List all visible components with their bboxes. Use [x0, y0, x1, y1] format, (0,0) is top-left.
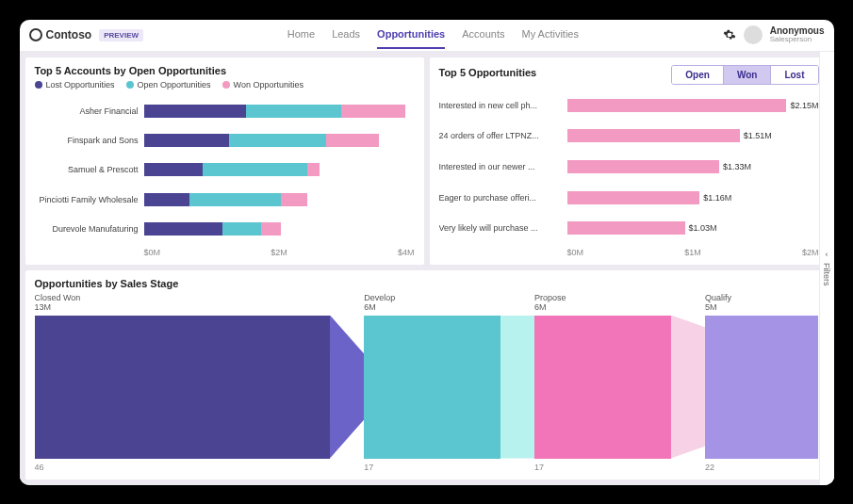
- nav-my-activities[interactable]: My Activities: [521, 21, 579, 49]
- nav-accounts[interactable]: Accounts: [462, 21, 504, 49]
- funnel-footer-value: 22: [705, 463, 819, 472]
- bar-segment: [261, 222, 281, 236]
- bar-segment: [189, 193, 281, 206]
- stacked-bar: [144, 163, 405, 176]
- avatar[interactable]: [744, 25, 763, 44]
- card-title: Top 5 Accounts by Open Opportunities: [35, 65, 415, 76]
- bar-segment: [281, 193, 307, 206]
- legend: Lost Opportunities Open Opportunities Wo…: [35, 80, 415, 89]
- bar: [567, 99, 787, 112]
- funnel-stage-header: Closed Won13M: [35, 293, 365, 312]
- legend-won[interactable]: Won Opportunities: [222, 80, 303, 89]
- legend-open[interactable]: Open Opportunities: [126, 80, 211, 89]
- user-area: Anonymous Salesperson: [723, 25, 825, 44]
- gear-icon[interactable]: [723, 28, 736, 41]
- bar-segment: [144, 134, 229, 147]
- funnel-header: Closed Won13MDevelop6MPropose6MQualify5M: [35, 293, 819, 316]
- funnel-block[interactable]: [35, 316, 331, 459]
- bar-track: $2.15M: [567, 99, 819, 112]
- bar-row[interactable]: Durevole Manufaturing: [35, 220, 405, 237]
- app-frame: Contoso PREVIEW Home Leads Opportunities…: [12, 12, 842, 493]
- logo-icon: [29, 28, 42, 41]
- pill-open[interactable]: Open: [672, 66, 723, 84]
- x-axis: $0M $2M $4M: [144, 244, 415, 257]
- funnel-footer-value: 46: [35, 463, 365, 472]
- pill-lost[interactable]: Lost: [770, 66, 817, 84]
- bar-track: $1.16M: [567, 191, 819, 204]
- bar-row[interactable]: Samuel & Prescott: [35, 161, 405, 178]
- bar-label: Interested in our newer ...: [439, 162, 562, 171]
- bar: [567, 160, 719, 173]
- bar-row[interactable]: Eager to purchase offeri...$1.16M: [439, 189, 819, 206]
- bar-track: $1.51M: [567, 129, 819, 142]
- swatch-open: [126, 81, 134, 89]
- funnel-footer-value: 17: [364, 463, 534, 472]
- horizontal-bar-chart: Interested in new cell ph...$2.15M24 ord…: [439, 85, 819, 244]
- bar-value: $1.16M: [703, 193, 731, 203]
- funnel-block[interactable]: [705, 316, 819, 459]
- bar-label: Interested in new cell ph...: [439, 101, 562, 110]
- brand-logo[interactable]: Contoso: [29, 28, 92, 41]
- bar-segment: [203, 163, 307, 176]
- nav-opportunities[interactable]: Opportunities: [377, 21, 445, 49]
- card-top-opportunities: Top 5 Opportunities Open Won Lost Intere…: [430, 57, 828, 265]
- bar-track: $1.03M: [567, 221, 819, 235]
- bar-label: Asher Financial: [35, 106, 139, 116]
- bar-segment: [229, 134, 327, 147]
- bar-label: Durevole Manufaturing: [35, 224, 139, 234]
- stacked-bar: [144, 193, 405, 206]
- nav-home[interactable]: Home: [287, 21, 315, 49]
- bar-segment: [144, 163, 203, 176]
- preview-badge: PREVIEW: [99, 29, 143, 41]
- bar: [567, 221, 685, 235]
- bar: [567, 191, 700, 204]
- bar-segment: [222, 222, 262, 236]
- legend-lost[interactable]: Lost Opportunities: [35, 80, 115, 89]
- card-top-accounts: Top 5 Accounts by Open Opportunities Los…: [25, 57, 424, 265]
- swatch-lost: [35, 81, 42, 89]
- card-title: Opportunities by Sales Stage: [35, 278, 819, 289]
- filters-panel-toggle[interactable]: ‹ Filters: [819, 52, 834, 485]
- card-sales-stage: Opportunities by Sales Stage Closed Won1…: [25, 270, 828, 480]
- funnel-connector: [500, 316, 534, 459]
- funnel-block[interactable]: [364, 316, 500, 459]
- bar-label: Pinciotti Family Wholesale: [35, 195, 139, 204]
- bar-segment: [307, 163, 320, 176]
- main-nav: Home Leads Opportunities Accounts My Act…: [287, 21, 579, 49]
- nav-leads[interactable]: Leads: [332, 21, 360, 49]
- bar-segment: [144, 105, 246, 118]
- bar-row[interactable]: Pinciotti Family Wholesale: [35, 191, 405, 208]
- swatch-won: [222, 81, 230, 89]
- bar-segment: [144, 222, 222, 236]
- axis-tick: $1M: [651, 248, 735, 257]
- bar-row[interactable]: 24 orders of offer LTPNZ...$1.51M: [439, 127, 819, 144]
- bar-track: $1.33M: [567, 160, 819, 173]
- stacked-bar: [144, 105, 405, 118]
- axis-tick: $2M: [234, 248, 324, 257]
- bar-row[interactable]: Interested in new cell ph...$2.15M: [439, 97, 819, 114]
- bar-row[interactable]: Finspark and Sons: [35, 132, 405, 149]
- stacked-bar: [144, 134, 405, 147]
- bar-segment: [144, 193, 189, 206]
- bar-value: $1.51M: [744, 131, 772, 140]
- pill-won[interactable]: Won: [723, 66, 770, 84]
- bar-row[interactable]: Interested in our newer ...$1.33M: [439, 158, 819, 175]
- bar-label: 24 orders of offer LTPNZ...: [439, 131, 562, 140]
- card-title: Top 5 Opportunities: [439, 67, 537, 78]
- filter-pills: Open Won Lost: [671, 65, 818, 85]
- chevron-left-icon: ‹: [826, 250, 828, 259]
- x-axis: $0M $1M $2M: [567, 244, 819, 257]
- axis-tick: $2M: [735, 248, 819, 257]
- funnel-block[interactable]: [534, 316, 671, 459]
- bar-label: Finspark and Sons: [35, 136, 139, 145]
- bar-segment: [326, 134, 378, 147]
- funnel-footer-value: 17: [534, 463, 705, 472]
- funnel-footer: 46171722: [35, 459, 819, 472]
- stacked-bar: [144, 222, 405, 236]
- funnel-chart: [35, 316, 819, 459]
- axis-tick: $4M: [324, 248, 415, 257]
- bar-row[interactable]: Very likely will purchase ...$1.03M: [439, 219, 819, 236]
- bar-segment: [341, 105, 405, 118]
- bar-row[interactable]: Asher Financial: [35, 103, 405, 120]
- user-text: Anonymous Salesperson: [770, 25, 825, 44]
